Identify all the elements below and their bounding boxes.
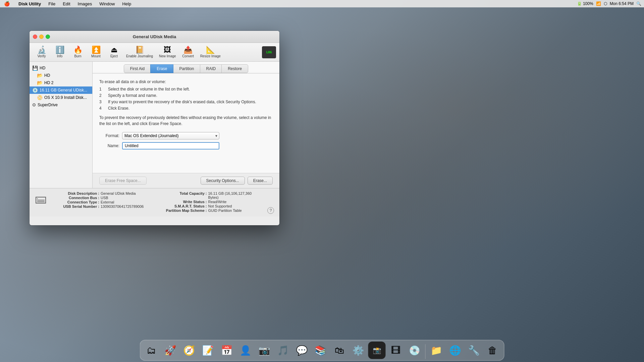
step-num-4: 4 (99, 105, 106, 111)
sidebar-item-hd[interactable]: 📂 HD (30, 72, 92, 79)
dock-safari[interactable]: 🧭 (180, 342, 198, 359)
dock-settings[interactable]: ⚙️ (350, 342, 367, 359)
erase-button[interactable]: Erase... (248, 177, 273, 185)
dock-launchpad[interactable]: 🚀 (162, 342, 179, 359)
menubar-search[interactable]: 🔍 (636, 1, 641, 6)
verify-label: Verify (37, 54, 46, 58)
window-title: General UDisk Media (133, 34, 176, 39)
hd2-label: HD 2 (44, 80, 53, 85)
dock-appstore[interactable]: 🛍 (331, 342, 348, 359)
verify-button[interactable]: 🔬 Verify (33, 45, 50, 59)
disk-description-label: Disk Description : (52, 191, 99, 195)
step-text-1: Select the disk or volume in the list on… (108, 86, 190, 92)
dock-ibooks[interactable]: 📚 (312, 342, 329, 359)
disk-drive-icon: 🖴 (35, 192, 47, 206)
info-label: Info (57, 54, 63, 58)
disk-utility-window: General UDisk Media 🔬 Verify ℹ️ Info 🔥 B… (30, 31, 279, 225)
enable-journaling-button[interactable]: 📔 Enable Journaling (123, 45, 156, 59)
images-menu[interactable]: Images (76, 1, 94, 6)
edit-menu[interactable]: Edit (61, 1, 71, 6)
dock-trash[interactable]: 🗑 (484, 342, 501, 359)
sidebar-item-udisk[interactable]: 💿 16.11 GB General UDisk... (30, 86, 92, 94)
eject-label: Eject (110, 54, 118, 58)
dock-itunes[interactable]: 🎵 (274, 342, 292, 359)
help-menu[interactable]: Help (121, 1, 132, 6)
sidebar-item-osx-install[interactable]: 📀 OS X 10.9 Install Disk... (30, 94, 92, 101)
file-menu[interactable]: File (47, 1, 57, 6)
help-button[interactable]: ? (267, 207, 274, 214)
usb-serial-row: USB Serial Number : 13090307064172578900… (52, 204, 155, 208)
toolbar-right: LOG (262, 46, 276, 58)
convert-icon: 📤 (183, 46, 193, 54)
maximize-button[interactable] (46, 35, 50, 39)
instructions-title: To erase all data on a disk or volume: (99, 79, 273, 85)
menubar-wifi: 📶 (596, 1, 601, 6)
tab-first-aid[interactable]: First Aid (124, 64, 151, 73)
resize-image-button[interactable]: 📐 Resize Image (198, 45, 223, 59)
dock-facetime[interactable]: 📷 (256, 342, 273, 359)
log-button[interactable]: LOG (262, 46, 276, 58)
erase-panel: To erase all data on a disk or volume: 1… (93, 73, 279, 173)
convert-button[interactable]: 📤 Convert (179, 45, 197, 59)
traffic-lights (33, 35, 50, 39)
name-input[interactable] (122, 142, 219, 149)
dock-photos[interactable]: 📸 (368, 342, 386, 359)
window-menu[interactable]: Window (98, 1, 116, 6)
minimize-button[interactable] (39, 35, 44, 39)
total-capacity-label: Total Capacity : (160, 191, 207, 199)
erase-free-space-button[interactable]: Erase Free Space... (99, 177, 147, 185)
write-status-label: Write Status : (160, 200, 207, 204)
erase-instructions: To erase all data on a disk or volume: 1… (99, 79, 273, 127)
format-select-wrapper: Mac OS Extended (Journaled) Mac OS Exten… (122, 132, 219, 139)
dock-messages[interactable]: 💬 (293, 342, 311, 359)
sidebar-item-superdrive[interactable]: ⊙ SuperDrive (30, 101, 92, 108)
partition-map-row: Partition Map Scheme : GUID Partition Ta… (160, 208, 262, 213)
write-status-value: Read/Write (208, 200, 227, 204)
connection-bus-value: USB (101, 196, 108, 200)
step-text-3: If you want to prevent the recovery of t… (108, 99, 256, 105)
usb-serial-value: 130903070641725789006 (101, 204, 144, 208)
dock-files3[interactable]: 🔧 (465, 342, 483, 359)
tab-raid[interactable]: RAID (200, 64, 222, 73)
dock-files2[interactable]: 🌐 (446, 342, 464, 359)
mount-button[interactable]: ⏫ Mount (87, 45, 105, 59)
sidebar-item-hd2[interactable]: 📂 HD 2 (30, 79, 92, 86)
dock-separator (425, 344, 426, 359)
tab-restore[interactable]: Restore (221, 64, 248, 73)
eject-icon: ⏏ (111, 46, 118, 54)
dock-diskutil[interactable]: 💿 (406, 342, 423, 359)
new-image-button[interactable]: 🖼 New Image (156, 45, 179, 59)
usb-serial-label: USB Serial Number : (52, 204, 99, 208)
apple-menu[interactable]: 🍎 (3, 1, 11, 6)
burn-button[interactable]: 🔥 Burn (69, 45, 87, 59)
dock-finder[interactable]: 🗂 (143, 342, 160, 359)
step-text-2: Specify a format and name. (108, 93, 157, 99)
eject-button[interactable]: ⏏ Eject (105, 45, 123, 59)
step-num-2: 2 (99, 93, 106, 99)
name-label: Name: (99, 143, 119, 149)
osx-install-label: OS X 10.9 Install Disk... (44, 95, 87, 100)
format-label: Format: (99, 133, 119, 139)
step-num-1: 1 (99, 86, 106, 92)
dock-notes[interactable]: 📝 (199, 342, 217, 359)
enable-journaling-icon: 📔 (135, 46, 144, 54)
tab-partition[interactable]: Partition (173, 64, 200, 73)
hd2-icon: 📂 (37, 80, 43, 85)
info-button[interactable]: ℹ️ Info (51, 45, 68, 59)
connection-bus-row: Connection Bus : USB (52, 196, 155, 200)
verify-icon: 🔬 (37, 46, 46, 54)
app-menu[interactable]: Disk Utility (17, 1, 42, 6)
dock-calendar[interactable]: 📅 (218, 342, 235, 359)
disk-description-value: General UDisk Media (101, 191, 136, 195)
dock-dvdplayer[interactable]: 🎞 (387, 342, 405, 359)
tab-erase[interactable]: Erase (150, 64, 173, 73)
security-options-button[interactable]: Security Options... (201, 177, 245, 185)
format-select[interactable]: Mac OS Extended (Journaled) Mac OS Exten… (122, 132, 219, 139)
close-button[interactable] (33, 35, 37, 39)
sidebar-item-hd-root[interactable]: 💾 HD (30, 64, 92, 72)
smart-status-label: S.M.A.R.T. Status : (160, 204, 207, 208)
dock-contacts[interactable]: 👤 (237, 342, 254, 359)
dock-files1[interactable]: 📁 (428, 342, 445, 359)
connection-type-label: Connection Type : (52, 200, 99, 204)
dock: 🗂 🚀 🧭 📝 📅 👤 📷 🎵 💬 📚 🛍 ⚙️ 📸 🎞 💿 📁 🌐 🔧 🗑 (140, 340, 504, 361)
